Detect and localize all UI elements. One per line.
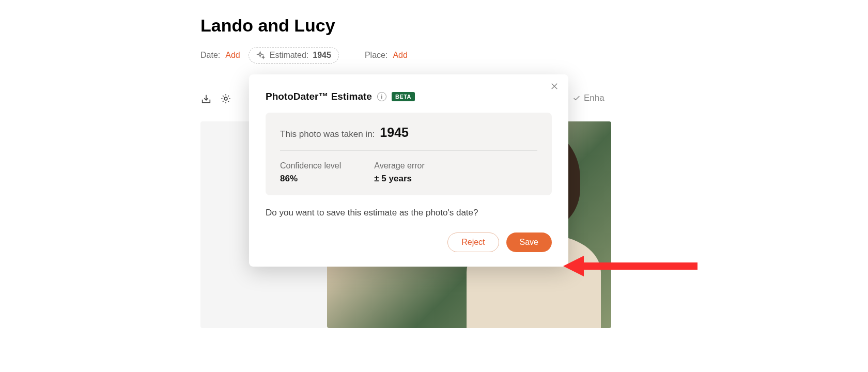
sparkle-icon (256, 51, 266, 60)
save-prompt: Do you want to save this estimate as the… (266, 208, 552, 218)
error-label: Average error (374, 161, 425, 171)
place-label: Place: (365, 51, 388, 60)
check-icon (572, 94, 581, 102)
beta-badge: BETA (392, 92, 415, 101)
estimate-panel: This photo was taken in: 1945 Confidence… (266, 113, 552, 195)
error-value: ± 5 years (374, 174, 425, 184)
popup-title: PhotoDater™ Estimate (266, 91, 372, 102)
close-icon[interactable] (550, 82, 559, 91)
enhance-pill[interactable]: Enha (572, 93, 605, 103)
photodater-popup: PhotoDater™ Estimate i BETA This photo w… (249, 74, 568, 267)
estimated-year: 1945 (313, 51, 331, 60)
gear-icon[interactable] (220, 93, 231, 104)
error-block: Average error ± 5 years (374, 161, 425, 184)
confidence-block: Confidence level 86% (280, 161, 341, 184)
estimated-prefix: Estimated: (270, 51, 309, 60)
save-button[interactable]: Save (506, 233, 552, 252)
date-label: Date: (200, 51, 220, 60)
add-place-link[interactable]: Add (393, 51, 407, 60)
download-icon[interactable] (200, 93, 212, 104)
meta-row: Date: Add Estimated: 1945 Place: Add (200, 47, 665, 64)
page-title: Lando and Lucy (200, 16, 665, 36)
confidence-value: 86% (280, 174, 341, 184)
add-date-link[interactable]: Add (225, 51, 240, 60)
taken-year: 1945 (380, 125, 409, 140)
estimated-chip[interactable]: Estimated: 1945 (249, 47, 339, 64)
confidence-label: Confidence level (280, 161, 341, 171)
taken-label: This photo was taken in: (280, 129, 375, 140)
enhance-label: Enha (584, 93, 605, 103)
annotation-arrow (563, 253, 698, 279)
reject-button[interactable]: Reject (447, 233, 499, 252)
toolbar (200, 93, 231, 104)
info-icon[interactable]: i (377, 92, 386, 101)
svg-marker-2 (563, 256, 584, 276)
svg-point-0 (224, 97, 227, 100)
